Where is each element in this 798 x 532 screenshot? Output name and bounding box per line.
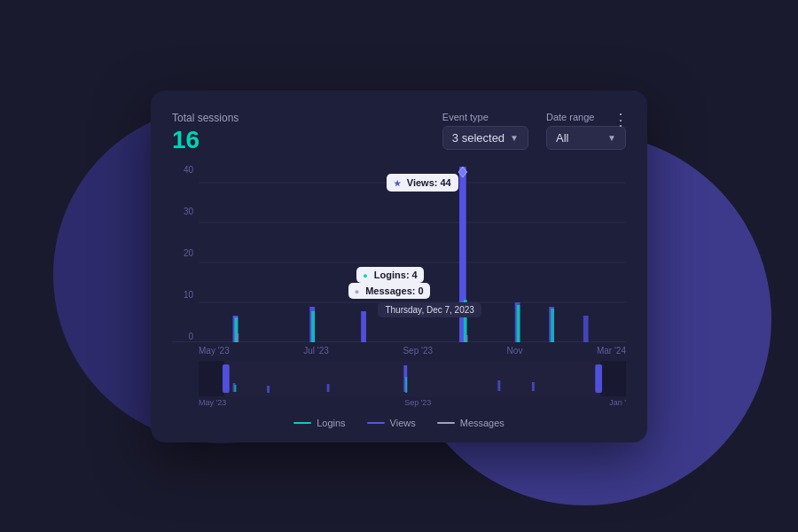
svg-rect-25 — [497, 380, 500, 391]
chart-main: 0 10 20 30 40 — [172, 165, 626, 342]
x-label-nov: Nov — [507, 346, 523, 356]
legend-messages-line — [437, 422, 455, 424]
event-type-select[interactable]: 3 selected ▼ — [442, 126, 528, 150]
event-type-label: Event type — [442, 112, 528, 122]
svg-rect-11 — [583, 316, 589, 342]
total-sessions-value: 16 — [172, 126, 239, 154]
x-label-jul: Jul '23 — [303, 346, 329, 356]
y-axis: 0 10 20 30 40 — [172, 165, 193, 341]
y-label-10: 10 — [172, 290, 193, 300]
svg-rect-15 — [517, 305, 520, 342]
minimap-x-axis: May '23 Sep '23 Jan ' — [199, 398, 626, 407]
y-label-40: 40 — [172, 165, 193, 175]
legend-logins-line — [293, 422, 311, 424]
svg-rect-29 — [223, 364, 230, 393]
date-range-value: All — [556, 131, 568, 145]
tooltip-date: Thursday, Dec 7, 2023 — [378, 302, 481, 317]
date-range-select[interactable]: All ▼ — [546, 126, 626, 150]
y-label-20: 20 — [172, 248, 193, 258]
minimap[interactable] — [199, 361, 626, 396]
legend: Logins Views Messages — [172, 418, 626, 428]
event-type-chevron-icon: ▼ — [510, 133, 519, 143]
x-label-sep: Sep '23 — [403, 346, 433, 356]
legend-logins: Logins — [293, 418, 345, 428]
filters: Event type 3 selected ▼ Date range All ▼ — [442, 112, 626, 150]
legend-logins-label: Logins — [317, 418, 345, 428]
event-type-value: 3 selected — [452, 131, 505, 145]
event-type-filter: Event type 3 selected ▼ — [442, 112, 528, 150]
svg-rect-22 — [267, 386, 270, 393]
legend-views: Views — [367, 418, 416, 428]
minimap-x-sep: Sep '23 — [404, 398, 431, 407]
legend-views-line — [367, 422, 385, 424]
legend-views-label: Views — [390, 418, 416, 428]
svg-rect-16 — [551, 309, 554, 342]
tooltip-views: Views: 44 — [387, 174, 458, 192]
svg-rect-23 — [327, 384, 330, 392]
more-options-button[interactable]: ⋮ — [613, 110, 630, 129]
svg-rect-27 — [234, 385, 236, 392]
y-label-0: 0 — [172, 332, 193, 341]
total-sessions-block: Total sessions 16 — [172, 112, 239, 154]
svg-rect-30 — [595, 364, 602, 393]
chart-svg-wrapper: Views: 44 Logins: 4 Messages: 0 Thursday… — [199, 165, 626, 342]
svg-rect-6 — [361, 311, 366, 342]
minimap-svg — [199, 361, 626, 396]
svg-rect-26 — [532, 382, 535, 391]
total-sessions-label: Total sessions — [172, 112, 239, 124]
svg-rect-18 — [466, 335, 468, 342]
x-label-mar: Mar '24 — [597, 346, 626, 356]
svg-rect-28 — [405, 377, 407, 393]
legend-messages-label: Messages — [460, 418, 505, 428]
date-range-chevron-icon: ▼ — [607, 133, 616, 143]
analytics-card: Total sessions 16 Event type 3 selected … — [151, 90, 647, 442]
tooltip-messages: Messages: 0 — [348, 283, 430, 299]
card-header: Total sessions 16 Event type 3 selected … — [172, 112, 626, 154]
x-axis: May '23 Jul '23 Sep '23 Nov Mar '24 — [199, 346, 626, 356]
svg-rect-17 — [236, 333, 239, 342]
minimap-x-may: May '23 — [199, 398, 226, 407]
minimap-x-jan: Jan ' — [609, 398, 626, 407]
svg-rect-20 — [224, 361, 600, 396]
svg-rect-13 — [311, 311, 315, 342]
y-label-30: 30 — [172, 207, 193, 216]
legend-messages: Messages — [437, 418, 505, 428]
x-label-may: May '23 — [199, 346, 230, 356]
tooltip-logins: Logins: 4 — [356, 267, 423, 283]
chart-container: 0 10 20 30 40 — [172, 165, 626, 428]
